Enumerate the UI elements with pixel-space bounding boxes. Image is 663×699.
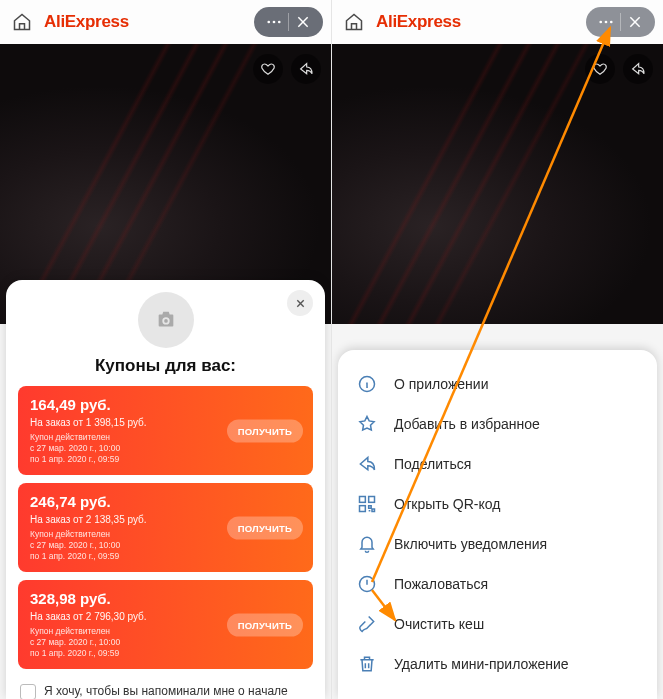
brand-logo: AliExpress xyxy=(376,12,461,32)
report-icon xyxy=(356,573,378,595)
hero-actions xyxy=(585,54,653,84)
header: AliExpress xyxy=(0,0,331,44)
menu-label: Поделиться xyxy=(394,456,471,472)
svg-rect-9 xyxy=(360,506,366,512)
get-coupon-button[interactable]: ПОЛУЧИТЬ xyxy=(227,516,303,539)
menu-label: Очистить кеш xyxy=(394,616,484,632)
svg-point-2 xyxy=(278,21,281,24)
sheet-title: Купоны для вас: xyxy=(18,356,313,376)
menu-label: Пожаловаться xyxy=(394,576,488,592)
svg-rect-8 xyxy=(369,497,375,503)
svg-point-5 xyxy=(610,21,613,24)
like-button[interactable] xyxy=(585,54,615,84)
close-sheet-button[interactable] xyxy=(287,290,313,316)
svg-point-0 xyxy=(267,21,270,24)
menu-sheet: О приложении Добавить в избранное Подели… xyxy=(338,350,657,699)
coupon-card[interactable]: 246,74 руб. На заказ от 2 138,35 руб. Ку… xyxy=(18,483,313,572)
header-pill xyxy=(254,7,323,37)
qr-icon xyxy=(356,493,378,515)
home-button[interactable] xyxy=(340,8,368,36)
get-coupon-button[interactable]: ПОЛУЧИТЬ xyxy=(227,419,303,442)
menu-about[interactable]: О приложении xyxy=(344,364,651,404)
coupons-sheet: Купоны для вас: 164,49 руб. На заказ от … xyxy=(6,280,325,699)
menu-label: Добавить в избранное xyxy=(394,416,540,432)
broom-icon xyxy=(356,613,378,635)
menu-report[interactable]: Пожаловаться xyxy=(344,564,651,604)
share-button[interactable] xyxy=(623,54,653,84)
close-app-button[interactable] xyxy=(621,8,649,36)
share-button[interactable] xyxy=(291,54,321,84)
remind-row[interactable]: Я хочу, чтобы вы напоминали мне о начале… xyxy=(18,677,313,699)
menu-clear-cache[interactable]: Очистить кеш xyxy=(344,604,651,644)
menu-share[interactable]: Поделиться xyxy=(344,444,651,484)
menu-qr[interactable]: Открыть QR-код xyxy=(344,484,651,524)
bell-icon xyxy=(356,533,378,555)
more-button[interactable] xyxy=(260,8,288,36)
svg-point-3 xyxy=(599,21,602,24)
menu-notifications[interactable]: Включить уведомления xyxy=(344,524,651,564)
remind-label: Я хочу, чтобы вы напоминали мне о начале… xyxy=(44,683,311,699)
share-icon xyxy=(356,453,378,475)
menu-list: О приложении Добавить в избранное Подели… xyxy=(344,364,651,684)
coupon-amount: 328,98 руб. xyxy=(30,590,301,607)
coupon-card[interactable]: 164,49 руб. На заказ от 1 398,15 руб. Ку… xyxy=(18,386,313,475)
left-screenshot: AliExpress xyxy=(0,0,332,699)
info-icon xyxy=(356,373,378,395)
get-coupon-button[interactable]: ПОЛУЧИТЬ xyxy=(227,613,303,636)
hero-actions xyxy=(253,54,321,84)
menu-favorite[interactable]: Добавить в избранное xyxy=(344,404,651,444)
menu-label: О приложении xyxy=(394,376,488,392)
menu-label: Включить уведомления xyxy=(394,536,547,552)
more-button[interactable] xyxy=(592,8,620,36)
star-icon xyxy=(356,413,378,435)
menu-label: Открыть QR-код xyxy=(394,496,500,512)
coupon-amount: 164,49 руб. xyxy=(30,396,301,413)
svg-rect-7 xyxy=(360,497,366,503)
home-button[interactable] xyxy=(8,8,36,36)
coupon-amount: 246,74 руб. xyxy=(30,493,301,510)
right-screenshot: AliExpress xyxy=(332,0,663,699)
header: AliExpress xyxy=(332,0,663,44)
menu-label: Удалить мини-приложение xyxy=(394,656,569,672)
product-image xyxy=(332,44,663,324)
svg-point-1 xyxy=(273,21,276,24)
header-pill xyxy=(586,7,655,37)
remind-checkbox[interactable] xyxy=(20,684,36,699)
close-app-button[interactable] xyxy=(289,8,317,36)
coupon-card[interactable]: 328,98 руб. На заказ от 2 796,30 руб. Ку… xyxy=(18,580,313,669)
like-button[interactable] xyxy=(253,54,283,84)
svg-point-4 xyxy=(605,21,608,24)
avatar-placeholder xyxy=(138,292,194,348)
brand-logo: AliExpress xyxy=(44,12,129,32)
menu-delete-app[interactable]: Удалить мини-приложение xyxy=(344,644,651,684)
trash-icon xyxy=(356,653,378,675)
